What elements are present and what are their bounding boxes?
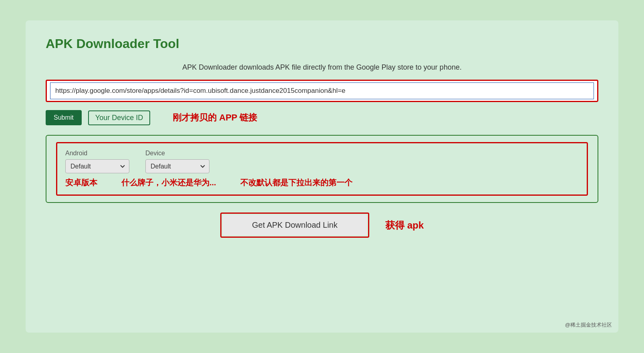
annotation-default: 不改默认都是下拉出来的第一个 <box>240 177 352 188</box>
watermark: @稀土掘金技术社区 <box>565 321 612 329</box>
android-select[interactable]: Default <box>65 159 129 173</box>
options-inner: Android Default Device Default 安卓版本 什么牌子… <box>56 142 588 196</box>
options-outer: Android Default Device Default 安卓版本 什么牌子… <box>46 135 598 203</box>
device-select[interactable]: Default <box>145 159 209 173</box>
device-id-label: Your Device ID <box>88 110 150 125</box>
page-title: APK Downloader Tool <box>46 36 598 51</box>
annotation-device: 什么牌子，小米还是华为... <box>121 177 216 188</box>
get-apk-annotation: 获得 apk <box>385 219 424 232</box>
android-dropdown-group: Android Default <box>65 150 129 173</box>
url-input-wrapper <box>46 80 598 102</box>
dropdowns-row: Android Default Device Default <box>65 150 579 173</box>
download-button-wrapper: Get APK Download Link <box>220 213 369 238</box>
button-row: Submit Your Device ID 刚才拷贝的 APP 链接 <box>46 110 598 125</box>
download-section: Get APK Download Link 获得 apk <box>46 213 598 238</box>
description-text: APK Downloader downloads APK file direct… <box>46 63 598 72</box>
download-button[interactable]: Get APK Download Link <box>223 215 367 235</box>
url-input[interactable] <box>50 82 594 99</box>
main-container: APK Downloader Tool APK Downloader downl… <box>26 20 618 333</box>
android-label: Android <box>65 150 129 157</box>
submit-button[interactable]: Submit <box>46 110 82 125</box>
device-label: Device <box>145 150 209 157</box>
annotation-url: 刚才拷贝的 APP 链接 <box>173 112 257 124</box>
annotation-android: 安卓版本 <box>65 177 97 188</box>
annotations-row: 安卓版本 什么牌子，小米还是华为... 不改默认都是下拉出来的第一个 <box>65 177 579 188</box>
device-dropdown-group: Device Default <box>145 150 209 173</box>
